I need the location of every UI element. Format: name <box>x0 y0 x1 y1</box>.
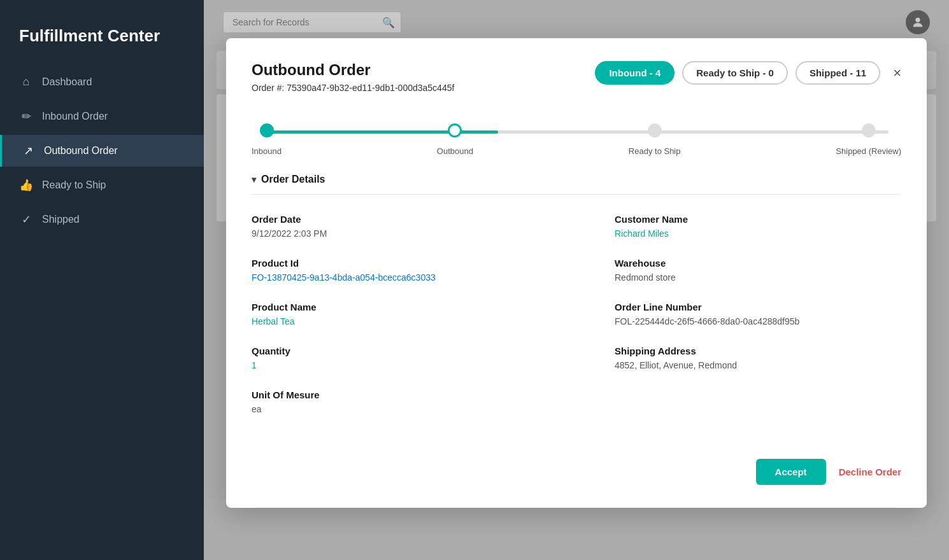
unit-of-measure-value: ea <box>252 404 576 414</box>
order-line-number-label: Order Line Number <box>615 302 901 312</box>
app-title: Fulfillment Center <box>0 13 204 66</box>
progress-node-shipped: Shipped (Review) <box>836 123 901 156</box>
modal-header: Outbound Order Order #: 75390a47-9b32-ed… <box>252 61 901 108</box>
node-label-outbound: Outbound <box>437 146 473 156</box>
modal-title-wrap: Outbound Order Order #: 75390a47-9b32-ed… <box>252 61 454 108</box>
order-number: Order #: 75390a47-9b32-ed11-9db1-000d3a5… <box>252 83 454 93</box>
order-date-label: Order Date <box>252 214 576 225</box>
sidebar-item-label: Outbound Order <box>44 145 118 157</box>
order-date-value: 9/12/2022 2:03 PM <box>252 228 576 239</box>
product-name-cell: Product Name Herbal Tea <box>252 295 576 339</box>
progress-node-inbound: Inbound <box>252 123 282 156</box>
sidebar-item-dashboard[interactable]: ⌂ Dashboard <box>0 66 204 98</box>
badge-inbound[interactable]: Inbound - 4 <box>595 61 674 85</box>
customer-name-label: Customer Name <box>615 214 901 225</box>
modal-footer: Accept Decline Order <box>252 446 901 485</box>
modal: Outbound Order Order #: 75390a47-9b32-ed… <box>226 38 927 508</box>
sidebar-item-inbound-order[interactable]: ✏ Inbound Order <box>0 101 204 132</box>
shipping-address-label: Shipping Address <box>615 346 901 356</box>
quantity-value: 1 <box>252 360 576 370</box>
order-number-label: Order #: <box>252 83 284 93</box>
sidebar-nav: ⌂ Dashboard ✏ Inbound Order ↗ Outbound O… <box>0 66 204 235</box>
sidebar-item-label: Inbound Order <box>42 111 108 122</box>
sidebar: Fulfillment Center ⌂ Dashboard ✏ Inbound… <box>0 0 204 560</box>
order-line-number-value: FOL-225444dc-26f5-4666-8da0-0ac4288df95b <box>615 316 901 326</box>
decline-button[interactable]: Decline Order <box>839 466 901 477</box>
outbound-icon: ↗ <box>21 144 35 158</box>
product-id-label: Product Id <box>252 258 576 269</box>
sidebar-item-label: Shipped <box>42 214 80 225</box>
sidebar-item-shipped[interactable]: ✓ Shipped <box>0 204 204 235</box>
node-shipped <box>862 123 876 137</box>
details-right-col: Customer Name Richard Miles Warehouse Re… <box>576 207 901 427</box>
product-name-value: Herbal Tea <box>252 316 576 326</box>
modal-overlay: Outbound Order Order #: 75390a47-9b32-ed… <box>204 0 949 560</box>
details-left-col: Order Date 9/12/2022 2:03 PM Product Id … <box>252 207 576 427</box>
node-label-ready-to-ship: Ready to Ship <box>629 146 681 156</box>
progress-node-ready-to-ship: Ready to Ship <box>629 123 681 156</box>
product-id-cell: Product Id FO-13870425-9a13-4bda-a054-bc… <box>252 251 576 295</box>
node-inbound <box>260 123 274 137</box>
sidebar-item-outbound-order[interactable]: ↗ Outbound Order <box>0 135 204 167</box>
node-label-shipped: Shipped (Review) <box>836 146 901 156</box>
unit-of-measure-label: Unit Of Mesure <box>252 389 576 400</box>
order-line-number-cell: Order Line Number FOL-225444dc-26f5-4666… <box>576 295 901 339</box>
modal-title: Outbound Order <box>252 61 454 79</box>
node-ready-to-ship <box>648 123 662 137</box>
warehouse-label: Warehouse <box>615 258 901 269</box>
order-details-toggle[interactable]: ▾ Order Details <box>252 174 901 195</box>
customer-name-cell: Customer Name Richard Miles <box>576 207 901 251</box>
order-details-label: Order Details <box>261 174 325 185</box>
unit-of-measure-cell: Unit Of Mesure ea <box>252 383 576 427</box>
edit-icon: ✏ <box>19 109 33 123</box>
warehouse-value: Redmond store <box>615 272 901 283</box>
close-button[interactable]: × <box>893 66 901 80</box>
sidebar-item-label: Ready to Ship <box>42 179 106 191</box>
accept-button[interactable]: Accept <box>756 459 826 485</box>
order-number-value: 75390a47-9b32-ed11-9db1-000d3a5c445f <box>287 83 454 93</box>
shipping-address-value: 4852, Elliot, Avenue, Redmond <box>615 360 901 370</box>
order-date-cell: Order Date 9/12/2022 2:03 PM <box>252 207 576 251</box>
shipping-address-cell: Shipping Address 4852, Elliot, Avenue, R… <box>576 339 901 383</box>
product-name-label: Product Name <box>252 302 576 312</box>
node-label-inbound: Inbound <box>252 146 282 156</box>
quantity-label: Quantity <box>252 346 576 356</box>
node-outbound <box>448 123 462 137</box>
home-icon: ⌂ <box>19 75 33 89</box>
main-area: 🔍 Outbound Order Order #: 75390a47-9b32-… <box>204 0 949 560</box>
customer-name-value: Richard Miles <box>615 228 901 239</box>
quantity-cell: Quantity 1 <box>252 339 576 383</box>
modal-header-right: Inbound - 4 Ready to Ship - 0 Shipped - … <box>595 61 901 85</box>
thumbsup-icon: 👍 <box>19 178 33 192</box>
sidebar-item-label: Dashboard <box>42 76 92 88</box>
product-id-value: FO-13870425-9a13-4bda-a054-bcecca6c3033 <box>252 272 576 283</box>
details-grid: Order Date 9/12/2022 2:03 PM Product Id … <box>252 207 901 427</box>
badge-shipped[interactable]: Shipped - 11 <box>796 61 880 85</box>
progress-node-outbound: Outbound <box>437 123 473 156</box>
warehouse-cell: Warehouse Redmond store <box>576 251 901 295</box>
badge-ready-to-ship[interactable]: Ready to Ship - 0 <box>682 61 788 85</box>
check-icon: ✓ <box>19 213 33 227</box>
sidebar-item-ready-to-ship[interactable]: 👍 Ready to Ship <box>0 169 204 201</box>
chevron-down-icon: ▾ <box>252 174 256 185</box>
progress-section: Inbound Outbound Ready to Ship <box>252 115 901 156</box>
